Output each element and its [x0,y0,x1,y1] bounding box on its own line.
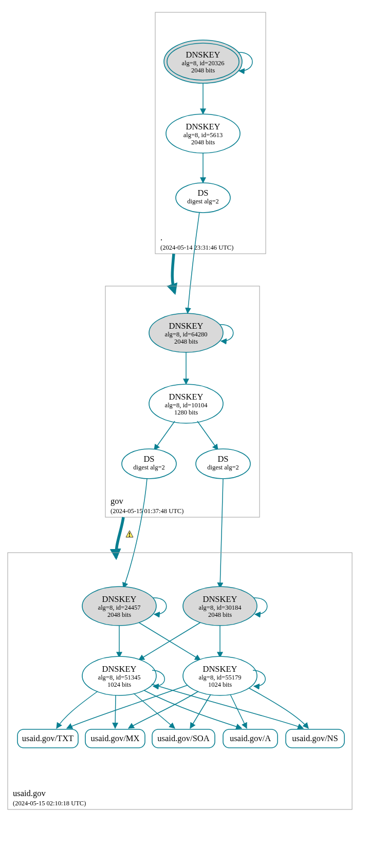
zone-root-label: . [160,233,162,242]
zone-usaid: usaid.gov (2024-05-15 02:10:18 UTC) DNSK… [8,553,352,809]
edge-zsk2-a [230,694,247,728]
node-gov-ds1-line2: digest alg=2 [133,464,165,471]
edge-gov-ds1-usaid-ksk1 [123,479,147,588]
svg-rect-11 [8,553,352,809]
zone-root-timestamp: (2024-05-14 23:31:46 UTC) [160,244,233,251]
rr-a: usaid.gov/A [223,729,278,748]
node-root-ksk-line3: 2048 bits [191,67,215,74]
node-root-ds: DS digest alg=2 [176,183,230,213]
rr-mx-label: usaid.gov/MX [91,733,140,743]
node-root-ds-line2: digest alg=2 [187,198,219,205]
node-usaid-ksk1-line3: 2048 bits [107,611,131,618]
node-gov-zsk-line3: 1280 bits [174,409,198,416]
node-root-ksk-title: DNSKEY [186,50,220,60]
edge-gov-zsk-ds1 [154,421,175,450]
edge-zsk1-mx [115,695,116,728]
zone-usaid-label: usaid.gov [13,788,46,798]
edge-zsk1-soa [134,693,175,728]
edge-zsk1-txt [57,691,98,728]
rr-soa: usaid.gov/SOA [152,729,215,748]
node-gov-ds1: DS digest alg=2 [122,449,176,479]
dnssec-graph: . (2024-05-14 23:31:46 UTC) DNSKEY alg=8… [0,0,386,868]
rr-mx: usaid.gov/MX [85,729,145,748]
node-usaid-ksk2: DNSKEY alg=8, id=30184 2048 bits [183,587,267,626]
node-usaid-zsk2-title: DNSKEY [203,664,237,674]
edge-gov-ds2-usaid-ksk2 [220,479,223,588]
warning-icon: ! [126,531,133,538]
zone-gov: gov (2024-05-15 01:37:48 UTC) DNSKEY alg… [105,286,260,517]
zone-gov-label: gov [111,496,124,506]
svg-text:!: ! [128,531,131,538]
node-root-zsk-line3: 2048 bits [191,139,215,146]
node-gov-ksk-line3: 2048 bits [174,338,198,345]
node-gov-ksk-line2: alg=8, id=64280 [165,331,208,338]
edge-delegation-gov-usaid [116,517,123,558]
node-gov-ds2-line2: digest alg=2 [207,464,239,471]
node-gov-ksk: DNSKEY alg=8, id=64280 2048 bits [149,313,233,352]
rr-ns-label: usaid.gov/NS [292,733,338,743]
node-usaid-zsk2: DNSKEY alg=8, id=55179 1024 bits [183,656,265,695]
node-root-zsk: DNSKEY alg=8, id=5613 2048 bits [166,114,240,153]
node-usaid-zsk1-line3: 1024 bits [107,681,131,688]
edge-zsk2-ns [249,688,308,728]
node-usaid-zsk2-line3: 1024 bits [208,681,232,688]
rr-txt-label: usaid.gov/TXT [22,733,73,743]
node-gov-zsk-title: DNSKEY [169,392,204,402]
node-root-ksk-line2: alg=8, id=20326 [182,60,225,67]
node-gov-zsk: DNSKEY alg=8, id=10104 1280 bits [149,384,223,423]
rr-ns: usaid.gov/NS [286,729,344,748]
node-root-ksk: DNSKEY alg=8, id=20326 2048 bits [164,40,252,83]
node-gov-ds1-title: DS [143,454,154,464]
node-gov-ds2-title: DS [217,454,228,464]
node-root-zsk-title: DNSKEY [186,122,220,131]
zone-gov-timestamp: (2024-05-15 01:37:48 UTC) [111,507,183,515]
node-usaid-zsk2-line2: alg=8, id=55179 [199,674,242,681]
node-usaid-ksk2-title: DNSKEY [203,594,237,604]
edge-zsk2-soa [190,694,211,728]
zone-root: . (2024-05-14 23:31:46 UTC) DNSKEY alg=8… [155,12,266,254]
node-usaid-ksk2-line3: 2048 bits [208,611,232,618]
node-usaid-ksk1-line2: alg=8, id=24457 [98,604,141,611]
node-gov-zsk-line2: alg=8, id=10104 [165,402,208,409]
node-usaid-ksk1-title: DNSKEY [102,594,137,604]
node-usaid-zsk1: DNSKEY alg=8, id=51345 1024 bits [82,656,164,695]
node-usaid-ksk1: DNSKEY alg=8, id=24457 2048 bits [82,587,167,626]
rr-soa-label: usaid.gov/SOA [157,733,209,743]
edge-gov-zsk-ds2 [197,421,218,450]
edge-delegation-root-gov [172,254,175,293]
node-root-ds-title: DS [197,188,208,198]
node-root-zsk-line2: alg=8, id=5613 [183,131,223,139]
zone-usaid-timestamp: (2024-05-15 02:10:18 UTC) [13,800,86,807]
edge-root-ds-gov-ksk [188,212,199,313]
node-usaid-zsk1-line2: alg=8, id=51345 [98,674,141,681]
rr-txt: usaid.gov/TXT [17,729,78,748]
node-gov-ds2: DS digest alg=2 [196,449,250,479]
node-gov-ksk-title: DNSKEY [169,321,204,331]
node-usaid-zsk1-title: DNSKEY [102,664,137,674]
node-usaid-ksk2-line2: alg=8, id=30184 [199,604,242,611]
rr-a-label: usaid.gov/A [230,733,271,743]
